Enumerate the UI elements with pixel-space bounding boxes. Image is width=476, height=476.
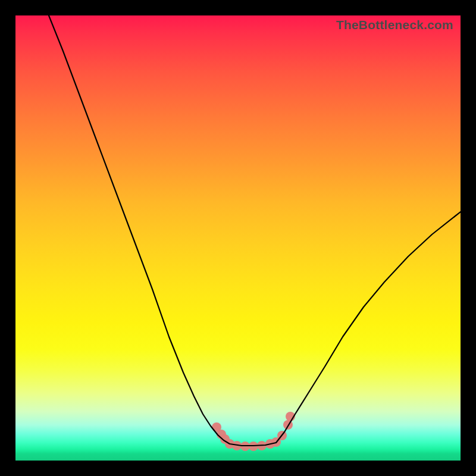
chart-frame: TheBottleneck.com bbox=[0, 0, 476, 476]
bottleneck-curve-path bbox=[49, 15, 461, 446]
plot-area: TheBottleneck.com bbox=[15, 15, 461, 461]
curve-layer bbox=[15, 15, 461, 461]
